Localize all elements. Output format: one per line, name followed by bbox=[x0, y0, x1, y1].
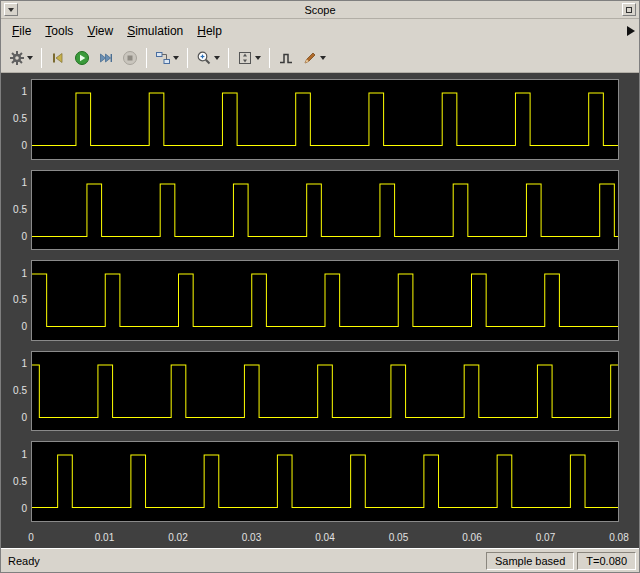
y-axis-ticks: 00.51 bbox=[5, 441, 31, 522]
signal-selector-button[interactable] bbox=[152, 47, 182, 69]
x-tick-label: 0.02 bbox=[168, 532, 187, 543]
x-axis-labels: 00.010.020.030.040.050.060.070.08 bbox=[31, 532, 619, 546]
run-icon bbox=[74, 50, 90, 66]
menu-view[interactable]: View bbox=[80, 20, 120, 42]
scope-window: Scope File Tools View Simulation Help bbox=[0, 0, 640, 573]
x-axis-spacer bbox=[5, 532, 31, 546]
zoom-in-icon bbox=[196, 50, 212, 66]
scope-axes-1[interactable] bbox=[31, 79, 619, 160]
menu-bar: File Tools View Simulation Help bbox=[1, 19, 639, 43]
y-axis-ticks: 00.51 bbox=[5, 260, 31, 341]
x-tick-label: 0.04 bbox=[315, 532, 334, 543]
menu-help[interactable]: Help bbox=[190, 20, 229, 42]
signal-selector-icon bbox=[155, 50, 171, 66]
y-tick-label: 1 bbox=[21, 359, 27, 369]
brush-icon bbox=[302, 50, 318, 66]
staircase-signal-icon bbox=[278, 50, 294, 66]
window-title: Scope bbox=[18, 4, 622, 16]
status-ready: Ready bbox=[4, 555, 483, 567]
undock-button[interactable] bbox=[622, 3, 636, 16]
measurements-button[interactable] bbox=[275, 47, 297, 69]
zoom-button[interactable] bbox=[193, 47, 223, 69]
y-tick-label: 1 bbox=[21, 178, 27, 188]
scope-subplot-4: 00.51 bbox=[5, 351, 619, 432]
x-tick-label: 0.07 bbox=[536, 532, 555, 543]
step-forward-button[interactable] bbox=[95, 47, 117, 69]
dropdown-arrow-icon bbox=[214, 56, 220, 60]
dropdown-arrow-icon bbox=[27, 56, 33, 60]
dropdown-arrow-icon bbox=[173, 56, 179, 60]
x-axis-ticks: 00.010.020.030.040.050.060.070.08 bbox=[5, 532, 619, 546]
y-tick-label: 0 bbox=[21, 322, 27, 332]
y-tick-label: 1 bbox=[21, 450, 27, 460]
y-axis-ticks: 00.51 bbox=[5, 79, 31, 160]
waveform-signal-5 bbox=[32, 455, 618, 507]
fit-view-button[interactable] bbox=[234, 47, 264, 69]
toolbar-separator bbox=[146, 48, 147, 68]
x-tick-label: 0.01 bbox=[95, 532, 114, 543]
scope-axes-3[interactable] bbox=[31, 260, 619, 341]
dock-icon bbox=[626, 7, 632, 13]
y-tick-label: 1 bbox=[21, 87, 27, 97]
y-tick-label: 0.5 bbox=[13, 477, 27, 487]
y-tick-label: 0.5 bbox=[13, 205, 27, 215]
y-tick-label: 0 bbox=[21, 504, 27, 514]
style-button[interactable] bbox=[299, 47, 329, 69]
scope-subplot-3: 00.51 bbox=[5, 260, 619, 341]
x-tick-label: 0 bbox=[28, 532, 34, 543]
scope-axes-5[interactable] bbox=[31, 441, 619, 522]
toolbar-separator bbox=[269, 48, 270, 68]
scope-subplot-2: 00.51 bbox=[5, 170, 619, 251]
menu-simulation[interactable]: Simulation bbox=[120, 20, 190, 42]
y-tick-label: 0.5 bbox=[13, 386, 27, 396]
x-tick-label: 0.03 bbox=[242, 532, 261, 543]
scope-subplot-5: 00.51 bbox=[5, 441, 619, 522]
stop-icon bbox=[122, 50, 138, 66]
scope-axes-4[interactable] bbox=[31, 351, 619, 432]
window-menu-button[interactable] bbox=[4, 3, 18, 16]
waveform-signal-1 bbox=[32, 93, 618, 145]
waveform-signal-3 bbox=[32, 274, 618, 326]
scope-axes-2[interactable] bbox=[31, 170, 619, 251]
step-back-button[interactable] bbox=[47, 47, 69, 69]
title-bar[interactable]: Scope bbox=[1, 1, 639, 19]
waveform-signal-4 bbox=[32, 365, 618, 417]
toolbar-separator bbox=[41, 48, 42, 68]
scope-plot-area: 00.5100.5100.5100.5100.5100.010.020.030.… bbox=[1, 73, 639, 548]
toolbar-separator bbox=[228, 48, 229, 68]
y-tick-label: 1 bbox=[21, 269, 27, 279]
status-bar: Ready Sample based T=0.080 bbox=[1, 548, 639, 572]
gear-icon bbox=[9, 50, 25, 66]
y-axis-ticks: 00.51 bbox=[5, 170, 31, 251]
y-tick-label: 0 bbox=[21, 232, 27, 242]
waveform-signal-2 bbox=[32, 184, 618, 236]
dropdown-arrow-icon bbox=[320, 56, 326, 60]
y-tick-label: 0 bbox=[21, 141, 27, 151]
status-sample-mode: Sample based bbox=[486, 552, 574, 570]
settings-button[interactable] bbox=[6, 47, 36, 69]
dropdown-arrow-icon bbox=[255, 56, 261, 60]
stop-button[interactable] bbox=[119, 47, 141, 69]
y-axis-ticks: 00.51 bbox=[5, 351, 31, 432]
y-tick-label: 0 bbox=[21, 413, 27, 423]
scope-subplot-1: 00.51 bbox=[5, 79, 619, 160]
x-tick-label: 0.06 bbox=[462, 532, 481, 543]
menu-overflow-icon[interactable] bbox=[627, 26, 635, 36]
run-button[interactable] bbox=[71, 47, 93, 69]
y-tick-label: 0.5 bbox=[13, 295, 27, 305]
menu-tools[interactable]: Tools bbox=[38, 20, 80, 42]
y-tick-label: 0.5 bbox=[13, 114, 27, 124]
step-back-icon bbox=[50, 50, 66, 66]
menu-file[interactable]: File bbox=[5, 20, 38, 42]
toolbar-separator bbox=[187, 48, 188, 68]
x-tick-label: 0.05 bbox=[389, 532, 408, 543]
step-forward-icon bbox=[98, 50, 114, 66]
status-time: T=0.080 bbox=[577, 552, 636, 570]
x-tick-label: 0.08 bbox=[609, 532, 628, 543]
window-menu-icon bbox=[8, 8, 14, 12]
toolbar bbox=[1, 43, 639, 73]
fit-to-view-icon bbox=[237, 50, 253, 66]
